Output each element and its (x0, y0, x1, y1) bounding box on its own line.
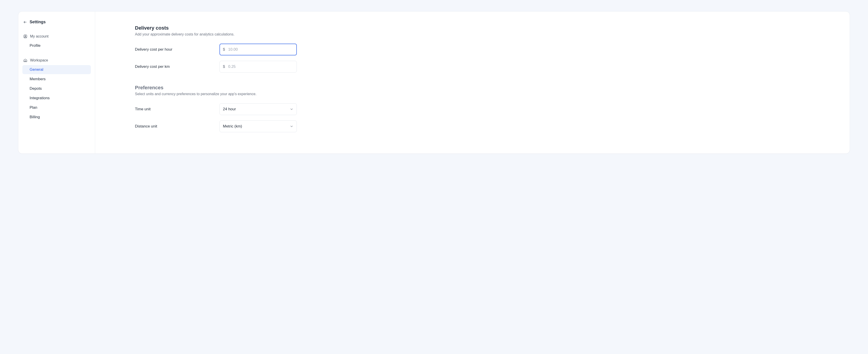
preferences-section: Preferences Select units and currency pr… (135, 85, 836, 132)
section-title: Preferences (135, 85, 836, 91)
sidebar-item-label: Billing (30, 115, 40, 119)
settings-main: Delivery costs Add your approximate deli… (95, 11, 850, 154)
user-icon (23, 34, 27, 38)
sidebar-item-label: Integrations (30, 96, 50, 100)
field-label: Time unit (135, 107, 219, 111)
settings-card: Settings My account Profile Work (18, 11, 850, 154)
sidebar-item-members[interactable]: Members (22, 74, 91, 84)
sidebar-section-label: Workspace (30, 58, 48, 62)
cost-per-hour-input[interactable] (228, 47, 293, 52)
field-label: Distance unit (135, 124, 219, 129)
row-distance-unit: Distance unit Metric (km) (135, 121, 836, 132)
currency-prefix: $ (223, 64, 225, 69)
sidebar-item-depots[interactable]: Depots (22, 84, 91, 93)
chevron-down-icon (290, 107, 293, 111)
section-title: Delivery costs (135, 25, 836, 31)
distance-unit-select[interactable]: Metric (km) (219, 121, 297, 132)
select-value: Metric (km) (223, 124, 242, 129)
row-time-unit: Time unit 24 hour (135, 103, 836, 115)
settings-header[interactable]: Settings (22, 18, 91, 26)
sidebar-section-my-account: My account (22, 33, 91, 40)
sidebar-item-billing[interactable]: Billing (22, 112, 91, 122)
cost-per-km-input[interactable] (228, 64, 293, 69)
sidebar-item-profile[interactable]: Profile (22, 41, 91, 50)
cost-per-km-input-wrap[interactable]: $ (219, 61, 297, 72)
back-arrow-icon[interactable] (23, 20, 27, 24)
sidebar-item-label: Depots (30, 86, 42, 91)
sidebar-section-label: My account (30, 34, 49, 38)
field-label: Delivery cost per km (135, 64, 219, 69)
svg-rect-1 (24, 35, 27, 38)
sidebar-item-label: Profile (30, 43, 40, 48)
time-unit-select[interactable]: 24 hour (219, 103, 297, 115)
cost-per-hour-input-wrap[interactable]: $ (219, 44, 297, 55)
sidebar-section-workspace: Workspace (22, 57, 91, 64)
section-subtitle: Add your approximate delivery costs for … (135, 32, 836, 36)
settings-sidebar: Settings My account Profile Work (18, 11, 95, 154)
sidebar-item-label: Members (30, 77, 46, 81)
select-value: 24 hour (223, 107, 236, 111)
sidebar-item-plan[interactable]: Plan (22, 103, 91, 112)
svg-point-2 (25, 35, 26, 37)
sidebar-item-label: Plan (30, 105, 37, 110)
currency-prefix: $ (223, 47, 225, 52)
field-label: Delivery cost per hour (135, 47, 219, 52)
warehouse-icon (23, 58, 27, 62)
section-subtitle: Select units and currency preferences to… (135, 92, 836, 96)
row-cost-per-hour: Delivery cost per hour $ (135, 44, 836, 55)
delivery-costs-section: Delivery costs Add your approximate deli… (135, 25, 836, 72)
sidebar-item-general[interactable]: General (22, 65, 91, 74)
sidebar-item-integrations[interactable]: Integrations (22, 94, 91, 103)
chevron-down-icon (290, 125, 293, 128)
settings-title: Settings (30, 20, 46, 24)
row-cost-per-km: Delivery cost per km $ (135, 61, 836, 72)
sidebar-item-label: General (30, 67, 43, 72)
